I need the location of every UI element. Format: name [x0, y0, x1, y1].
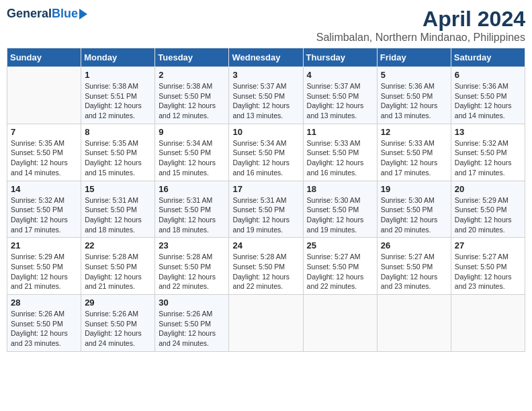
- day-number: 9: [159, 127, 225, 137]
- logo-arrow-icon: [79, 9, 87, 19]
- day-info: Sunrise: 5:37 AM Sunset: 5:50 PM Dayligh…: [232, 81, 299, 121]
- calendar-table: SundayMondayTuesdayWednesdayThursdayFrid…: [7, 48, 525, 352]
- day-number: 16: [159, 184, 225, 194]
- calendar-cell: 2Sunrise: 5:38 AM Sunset: 5:50 PM Daylig…: [155, 67, 229, 124]
- day-number: 21: [11, 240, 77, 250]
- calendar-subtitle: Salimbalan, Northern Mindanao, Philippin…: [316, 32, 525, 44]
- calendar-cell: [7, 67, 81, 124]
- calendar-cell: 8Sunrise: 5:35 AM Sunset: 5:50 PM Daylig…: [81, 124, 155, 181]
- day-info: Sunrise: 5:31 AM Sunset: 5:50 PM Dayligh…: [85, 195, 151, 235]
- day-number: 2: [159, 70, 225, 80]
- day-info: Sunrise: 5:32 AM Sunset: 5:50 PM Dayligh…: [11, 195, 77, 235]
- day-number: 29: [85, 298, 151, 308]
- day-number: 5: [381, 70, 447, 80]
- day-header-sunday: Sunday: [7, 48, 81, 67]
- calendar-week-2: 7Sunrise: 5:35 AM Sunset: 5:50 PM Daylig…: [7, 124, 525, 181]
- day-info: Sunrise: 5:34 AM Sunset: 5:50 PM Dayligh…: [232, 138, 299, 178]
- day-number: 22: [85, 240, 151, 250]
- day-info: Sunrise: 5:36 AM Sunset: 5:50 PM Dayligh…: [455, 81, 521, 121]
- day-info: Sunrise: 5:27 AM Sunset: 5:50 PM Dayligh…: [307, 252, 373, 291]
- calendar-cell: 4Sunrise: 5:37 AM Sunset: 5:50 PM Daylig…: [303, 67, 377, 124]
- calendar-cell: 18Sunrise: 5:30 AM Sunset: 5:50 PM Dayli…: [303, 181, 377, 238]
- logo: General Blue: [7, 7, 87, 21]
- day-info: Sunrise: 5:28 AM Sunset: 5:50 PM Dayligh…: [85, 252, 151, 291]
- day-info: Sunrise: 5:30 AM Sunset: 5:50 PM Dayligh…: [307, 195, 373, 235]
- calendar-cell: 27Sunrise: 5:27 AM Sunset: 5:50 PM Dayli…: [451, 238, 525, 295]
- day-info: Sunrise: 5:38 AM Sunset: 5:50 PM Dayligh…: [159, 81, 225, 121]
- calendar-cell: 14Sunrise: 5:32 AM Sunset: 5:50 PM Dayli…: [7, 181, 81, 238]
- calendar-cell: 28Sunrise: 5:26 AM Sunset: 5:50 PM Dayli…: [7, 295, 81, 352]
- day-info: Sunrise: 5:33 AM Sunset: 5:50 PM Dayligh…: [381, 138, 447, 178]
- calendar-cell: 26Sunrise: 5:27 AM Sunset: 5:50 PM Dayli…: [377, 238, 451, 295]
- calendar-cell: 22Sunrise: 5:28 AM Sunset: 5:50 PM Dayli…: [81, 238, 155, 295]
- day-info: Sunrise: 5:28 AM Sunset: 5:50 PM Dayligh…: [232, 252, 299, 291]
- day-number: 19: [381, 184, 447, 194]
- day-info: Sunrise: 5:34 AM Sunset: 5:50 PM Dayligh…: [159, 138, 225, 178]
- calendar-week-5: 28Sunrise: 5:26 AM Sunset: 5:50 PM Dayli…: [7, 295, 525, 352]
- calendar-cell: 11Sunrise: 5:33 AM Sunset: 5:50 PM Dayli…: [303, 124, 377, 181]
- day-number: 30: [159, 298, 225, 308]
- day-header-wednesday: Wednesday: [229, 48, 303, 67]
- day-info: Sunrise: 5:28 AM Sunset: 5:50 PM Dayligh…: [159, 252, 225, 291]
- day-info: Sunrise: 5:31 AM Sunset: 5:50 PM Dayligh…: [159, 195, 225, 235]
- calendar-cell: 29Sunrise: 5:26 AM Sunset: 5:50 PM Dayli…: [81, 295, 155, 352]
- day-info: Sunrise: 5:37 AM Sunset: 5:50 PM Dayligh…: [307, 81, 373, 121]
- day-header-saturday: Saturday: [451, 48, 525, 67]
- day-number: 18: [307, 184, 373, 194]
- day-number: 14: [11, 184, 77, 194]
- day-number: 13: [455, 127, 521, 137]
- calendar-cell: 19Sunrise: 5:30 AM Sunset: 5:50 PM Dayli…: [377, 181, 451, 238]
- day-number: 4: [307, 70, 373, 80]
- calendar-cell: 6Sunrise: 5:36 AM Sunset: 5:50 PM Daylig…: [451, 67, 525, 124]
- day-number: 15: [85, 184, 151, 194]
- day-number: 11: [307, 127, 373, 137]
- day-header-monday: Monday: [81, 48, 155, 67]
- day-info: Sunrise: 5:26 AM Sunset: 5:50 PM Dayligh…: [159, 309, 225, 349]
- day-info: Sunrise: 5:27 AM Sunset: 5:50 PM Dayligh…: [381, 252, 447, 291]
- calendar-week-1: 1Sunrise: 5:38 AM Sunset: 5:51 PM Daylig…: [7, 67, 525, 124]
- calendar-cell: 16Sunrise: 5:31 AM Sunset: 5:50 PM Dayli…: [155, 181, 229, 238]
- day-number: 27: [455, 240, 521, 250]
- calendar-cell: 5Sunrise: 5:36 AM Sunset: 5:50 PM Daylig…: [377, 67, 451, 124]
- day-header-thursday: Thursday: [303, 48, 377, 67]
- calendar-cell: 12Sunrise: 5:33 AM Sunset: 5:50 PM Dayli…: [377, 124, 451, 181]
- day-number: 8: [85, 127, 151, 137]
- day-info: Sunrise: 5:36 AM Sunset: 5:50 PM Dayligh…: [381, 81, 447, 121]
- calendar-cell: [451, 295, 525, 352]
- logo-general: General: [7, 7, 52, 21]
- day-number: 3: [232, 70, 299, 80]
- day-number: 23: [159, 240, 225, 250]
- calendar-cell: 17Sunrise: 5:31 AM Sunset: 5:50 PM Dayli…: [229, 181, 303, 238]
- calendar-header-row: SundayMondayTuesdayWednesdayThursdayFrid…: [7, 48, 525, 67]
- calendar-cell: 7Sunrise: 5:35 AM Sunset: 5:50 PM Daylig…: [7, 124, 81, 181]
- day-info: Sunrise: 5:30 AM Sunset: 5:50 PM Dayligh…: [381, 195, 447, 235]
- calendar-cell: [229, 295, 303, 352]
- calendar-cell: 24Sunrise: 5:28 AM Sunset: 5:50 PM Dayli…: [229, 238, 303, 295]
- calendar-cell: 15Sunrise: 5:31 AM Sunset: 5:50 PM Dayli…: [81, 181, 155, 238]
- day-number: 26: [381, 240, 447, 250]
- calendar-cell: 23Sunrise: 5:28 AM Sunset: 5:50 PM Dayli…: [155, 238, 229, 295]
- day-header-friday: Friday: [377, 48, 451, 67]
- calendar-week-3: 14Sunrise: 5:32 AM Sunset: 5:50 PM Dayli…: [7, 181, 525, 238]
- calendar-cell: [303, 295, 377, 352]
- calendar-cell: 25Sunrise: 5:27 AM Sunset: 5:50 PM Dayli…: [303, 238, 377, 295]
- day-number: 28: [11, 298, 77, 308]
- calendar-cell: 21Sunrise: 5:29 AM Sunset: 5:50 PM Dayli…: [7, 238, 81, 295]
- day-info: Sunrise: 5:27 AM Sunset: 5:50 PM Dayligh…: [455, 252, 521, 291]
- calendar-week-4: 21Sunrise: 5:29 AM Sunset: 5:50 PM Dayli…: [7, 238, 525, 295]
- day-info: Sunrise: 5:35 AM Sunset: 5:50 PM Dayligh…: [85, 138, 151, 178]
- calendar-cell: 1Sunrise: 5:38 AM Sunset: 5:51 PM Daylig…: [81, 67, 155, 124]
- day-number: 24: [232, 240, 299, 250]
- day-number: 20: [455, 184, 521, 194]
- day-number: 7: [11, 127, 77, 137]
- calendar-title: April 2024: [316, 7, 525, 32]
- page-header: General Blue April 2024 Salimbalan, Nort…: [7, 7, 525, 44]
- day-info: Sunrise: 5:32 AM Sunset: 5:50 PM Dayligh…: [455, 138, 521, 178]
- day-number: 10: [232, 127, 299, 137]
- day-info: Sunrise: 5:29 AM Sunset: 5:50 PM Dayligh…: [455, 195, 521, 235]
- calendar-cell: 20Sunrise: 5:29 AM Sunset: 5:50 PM Dayli…: [451, 181, 525, 238]
- day-info: Sunrise: 5:29 AM Sunset: 5:50 PM Dayligh…: [11, 252, 77, 291]
- calendar-cell: 9Sunrise: 5:34 AM Sunset: 5:50 PM Daylig…: [155, 124, 229, 181]
- calendar-cell: 3Sunrise: 5:37 AM Sunset: 5:50 PM Daylig…: [229, 67, 303, 124]
- calendar-cell: 10Sunrise: 5:34 AM Sunset: 5:50 PM Dayli…: [229, 124, 303, 181]
